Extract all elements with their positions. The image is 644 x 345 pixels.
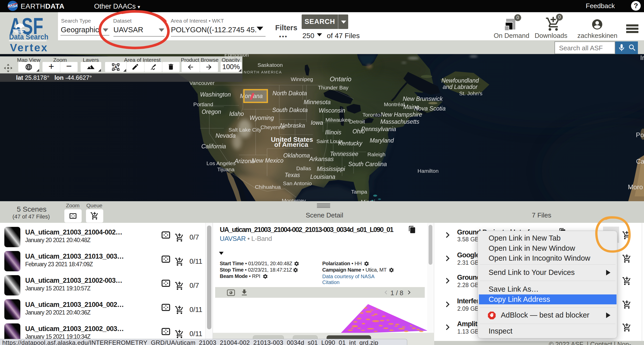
svg-text:Massachusetts: Massachusetts [380,118,419,125]
svg-text:Dallas: Dallas [296,165,311,171]
svg-text:Arizona: Arizona [234,158,254,164]
svg-text:Pennsylvania: Pennsylvania [361,126,396,132]
svg-text:Wisconsin: Wisconsin [319,107,345,114]
svg-text:Illinois: Illinois [325,129,341,136]
svg-text:Nevada: Nevada [215,132,236,139]
svg-text:Ca: Ca [636,158,644,165]
svg-text:Chihuahua: Chihuahua [255,184,281,190]
svg-text:California: California [201,143,226,150]
svg-text:North Dakota: North Dakota [272,90,307,97]
svg-text:Saskatoon: Saskatoon [257,62,283,68]
svg-text:New Brunswick: New Brunswick [403,96,443,102]
svg-text:St. John's: St. John's [459,90,482,96]
svg-text:Wyoming: Wyoming [250,115,274,121]
svg-text:Milwaukee: Milwaukee [325,117,350,123]
svg-text:Saint Louis: Saint Louis [316,138,343,144]
svg-text:Miami: Miami [361,199,375,201]
svg-text:of America: of America [274,141,308,148]
svg-text:San Antonio: San Antonio [283,180,312,186]
svg-text:Los Angeles: Los Angeles [207,160,236,166]
svg-text:Toronto: Toronto [362,112,380,118]
svg-text:Tijuana: Tijuana [217,166,235,172]
svg-text:Washington: Washington [200,91,231,98]
svg-text:NASA: NASA [8,4,18,8]
svg-text:Tennessee: Tennessee [330,151,358,157]
svg-text:Louisiana: Louisiana [310,174,335,180]
svg-text:Oregon: Oregon [202,108,221,115]
svg-text:Texas: Texas [285,172,300,178]
svg-text:Maryland: Maryland [370,137,394,144]
svg-text:Minnesota: Minnesota [304,99,331,105]
svg-text:Salt Lake City: Salt Lake City [228,127,261,133]
svg-text:Mississippi: Mississippi [317,166,345,172]
svg-text:Idaho: Idaho [229,111,244,117]
svg-text:South Dakota: South Dakota [272,107,308,113]
svg-text:Cheyenne: Cheyenne [260,124,285,130]
svg-text:Ir: Ir [640,54,644,61]
svg-text:New Mexico: New Mexico [252,157,283,164]
svg-text:Hamilton: Hamilton [418,168,439,174]
svg-text:Montréal: Montréal [384,101,405,107]
svg-text:Iowa: Iowa [311,119,323,126]
svg-text:Detroit: Detroit [349,119,365,124]
svg-text:Newfoundland: Newfoundland [441,77,479,84]
svg-text:New Hampshire: New Hampshire [380,111,422,118]
svg-text:Raleigh: Raleigh [367,151,385,157]
svg-text:Thunder Bay: Thunder Bay [318,85,349,90]
svg-text:South Carolina: South Carolina [348,161,387,167]
svg-text:Oklahoma: Oklahoma [283,152,310,159]
svg-text:NORTH AMERICA: NORTH AMERICA [244,70,282,74]
svg-text:Monterrey: Monterrey [282,198,306,201]
svg-text:Tampa: Tampa [351,189,367,195]
svg-text:Portland: Portland [193,101,213,107]
svg-text:Moro: Moro [628,183,643,191]
svg-text:Po: Po [636,131,644,139]
svg-text:Winnipeg: Winnipeg [291,76,313,82]
svg-text:Nova Scotia: Nova Scotia [414,105,446,112]
svg-text:Ontario: Ontario [330,75,351,83]
svg-text:and Labrador: and Labrador [443,84,478,90]
svg-text:Arkansas: Arkansas [309,156,334,162]
